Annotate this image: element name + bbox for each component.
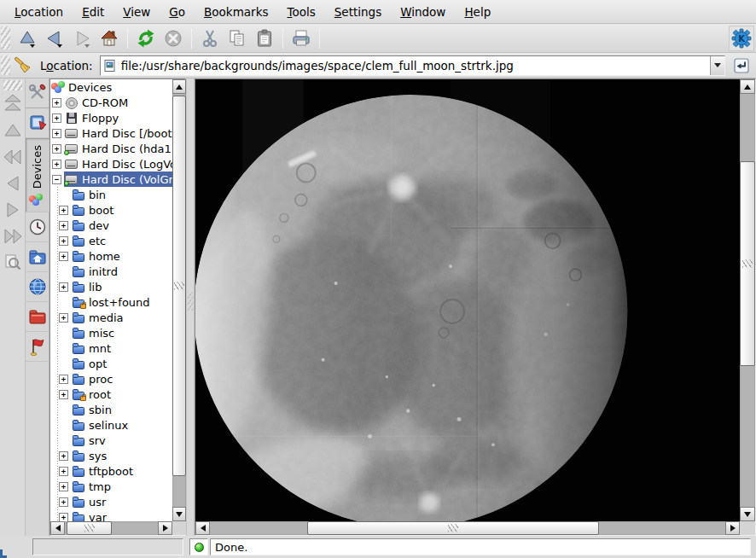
menu-window[interactable]: Window bbox=[391, 2, 455, 22]
tab-services[interactable] bbox=[26, 332, 49, 362]
back-button[interactable] bbox=[42, 26, 67, 51]
tree-expander[interactable]: + bbox=[52, 160, 61, 169]
tree-expander[interactable]: + bbox=[59, 390, 68, 399]
tree-item[interactable]: +dev bbox=[50, 218, 172, 233]
toolbar-handle[interactable] bbox=[1, 26, 10, 49]
menu-location[interactable]: Location bbox=[5, 2, 73, 22]
view-vscroll-slider[interactable] bbox=[740, 161, 755, 366]
forward-button[interactable] bbox=[69, 26, 95, 51]
tree-item[interactable]: +var bbox=[50, 509, 172, 521]
tree-expander[interactable]: + bbox=[59, 497, 68, 507]
location-input[interactable] bbox=[119, 59, 710, 73]
tab-history[interactable] bbox=[26, 212, 49, 242]
image-viewport[interactable] bbox=[195, 79, 740, 521]
tab-root-folder[interactable] bbox=[26, 302, 49, 332]
tree-expander[interactable]: + bbox=[59, 236, 68, 246]
scroll-left-button[interactable] bbox=[195, 521, 210, 535]
tree-item[interactable]: opt bbox=[50, 356, 172, 371]
tree-item[interactable]: +Hard Disc [/boot] bbox=[50, 125, 172, 141]
scroll-down-button[interactable] bbox=[740, 507, 755, 521]
scroll-down-button[interactable] bbox=[172, 507, 186, 521]
tree-item[interactable]: +sys bbox=[50, 448, 172, 463]
location-dropdown-button[interactable] bbox=[710, 56, 724, 75]
tree-item[interactable]: +etc bbox=[50, 233, 172, 248]
scroll-right-button[interactable] bbox=[725, 521, 740, 535]
tree-item[interactable]: sbin bbox=[50, 402, 172, 417]
tab-network[interactable] bbox=[26, 272, 49, 302]
tree-item[interactable]: +CD-ROM bbox=[50, 95, 172, 110]
tree-vertical-scrollbar[interactable] bbox=[172, 79, 186, 521]
paste-button[interactable] bbox=[252, 26, 277, 51]
tree-item[interactable]: +lib bbox=[50, 279, 172, 294]
tab-devices[interactable]: Devices bbox=[26, 138, 49, 212]
scroll-right-button[interactable] bbox=[158, 521, 172, 535]
tree-expander[interactable]: + bbox=[52, 98, 61, 108]
scroll-up-button[interactable] bbox=[172, 79, 186, 94]
tree-item[interactable]: +Floppy bbox=[50, 110, 172, 125]
tree-item[interactable]: +boot bbox=[50, 202, 172, 218]
tree-expander[interactable]: + bbox=[59, 451, 68, 461]
tree-expander[interactable]: + bbox=[59, 513, 68, 522]
tree-item[interactable]: +usr bbox=[50, 494, 172, 509]
double-forward-button[interactable] bbox=[1, 223, 25, 249]
menu-settings[interactable]: Settings bbox=[325, 2, 391, 22]
window-grip[interactable] bbox=[0, 549, 7, 558]
up-rail-button[interactable] bbox=[1, 117, 25, 143]
double-back-button[interactable] bbox=[1, 143, 25, 170]
tree-item[interactable]: +tftpboot bbox=[50, 463, 172, 479]
tree-item[interactable]: misc bbox=[50, 325, 172, 340]
menu-help[interactable]: Help bbox=[455, 2, 500, 22]
tree-expander[interactable]: + bbox=[59, 375, 68, 384]
konqueror-logo-button[interactable]: K bbox=[729, 26, 754, 51]
menu-bookmarks[interactable]: Bookmarks bbox=[195, 2, 277, 22]
clear-location-button[interactable] bbox=[13, 55, 35, 77]
tree-item[interactable]: +media bbox=[50, 310, 172, 325]
double-up-button[interactable] bbox=[1, 90, 25, 117]
menu-tools[interactable]: Tools bbox=[278, 2, 325, 22]
scroll-up-button[interactable] bbox=[740, 79, 755, 94]
tab-home-directory[interactable] bbox=[26, 242, 49, 272]
up-button[interactable] bbox=[15, 26, 40, 51]
tree-hscroll-slider[interactable] bbox=[67, 521, 112, 535]
tree-item[interactable]: srv bbox=[50, 433, 172, 448]
cut-button[interactable] bbox=[197, 26, 223, 51]
tree-expander[interactable]: + bbox=[59, 467, 68, 476]
scroll-left-button[interactable] bbox=[50, 521, 65, 535]
tree-item[interactable]: lost+found bbox=[50, 294, 172, 310]
tree-item[interactable]: mnt bbox=[50, 340, 172, 356]
tree-item[interactable]: bin bbox=[50, 187, 172, 202]
rail-handle[interactable] bbox=[3, 80, 22, 90]
go-button[interactable] bbox=[730, 55, 753, 77]
view-vertical-scrollbar[interactable] bbox=[740, 79, 755, 521]
tree-item[interactable]: +Hard Disc (LogVol0 bbox=[50, 156, 172, 171]
tree-item[interactable]: Devices bbox=[50, 79, 172, 95]
tree-expander[interactable]: + bbox=[59, 206, 68, 215]
tree-expander[interactable]: + bbox=[59, 252, 68, 261]
tree-item[interactable]: selinux bbox=[50, 417, 172, 433]
sidebar-splitter[interactable] bbox=[186, 78, 195, 536]
menu-edit[interactable]: Edit bbox=[73, 2, 113, 22]
configure-sidebar-button[interactable] bbox=[26, 78, 49, 108]
view-horizontal-scrollbar[interactable] bbox=[195, 521, 740, 535]
tree-expander[interactable]: + bbox=[59, 221, 68, 230]
forward-rail-button[interactable] bbox=[1, 196, 25, 223]
location-toolbar-handle[interactable] bbox=[1, 55, 10, 75]
stop-button[interactable] bbox=[160, 26, 186, 51]
tree-item[interactable]: +proc bbox=[50, 371, 172, 387]
tree-expander[interactable]: + bbox=[52, 144, 61, 154]
print-button[interactable] bbox=[288, 26, 314, 51]
tab-bookmarks[interactable] bbox=[26, 108, 49, 138]
tree-item[interactable]: +home bbox=[50, 248, 172, 264]
tree-item[interactable]: +tmp bbox=[50, 479, 172, 494]
back-rail-button[interactable] bbox=[1, 170, 25, 196]
tree-expander[interactable]: − bbox=[52, 175, 61, 184]
tree-expander[interactable]: + bbox=[59, 313, 68, 323]
tree-item[interactable]: +Hard Disc (hda1) [/ bbox=[50, 141, 172, 156]
tree-expander[interactable]: + bbox=[59, 282, 68, 292]
tree-expander[interactable]: + bbox=[52, 113, 61, 123]
location-combobox[interactable] bbox=[100, 55, 725, 76]
tree-vscroll-slider[interactable] bbox=[172, 96, 186, 476]
menu-go[interactable]: Go bbox=[160, 2, 195, 22]
tree-expander[interactable]: + bbox=[52, 129, 61, 138]
view-hscroll-slider[interactable] bbox=[307, 521, 599, 535]
